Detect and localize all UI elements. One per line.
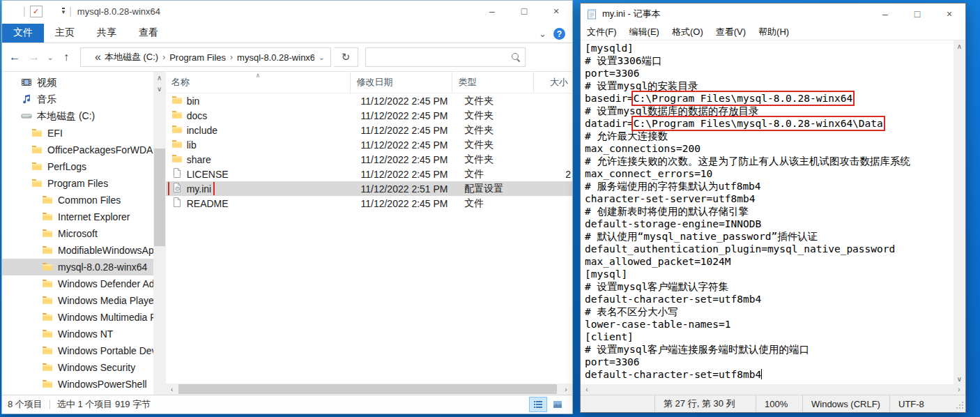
sidebar-item-Windows Multimedia Platfo[interactable]: Windows Multimedia Platfo — [2, 309, 153, 326]
sidebar-item-Internet Explorer[interactable]: Internet Explorer — [2, 208, 153, 225]
file-row-my.ini[interactable]: ⚙my.ini11/12/2022 2:51 PM配置设置 — [166, 181, 572, 196]
large-icons-view-button[interactable] — [549, 397, 567, 412]
close-button[interactable]: × — [933, 3, 965, 24]
sidebar-item-视频[interactable]: 视频 — [2, 75, 153, 91]
folder-icon — [171, 109, 183, 122]
scroll-up-icon[interactable]: ∧ — [954, 40, 965, 52]
ribbon-expand-icon[interactable]: ⌄ — [539, 29, 546, 39]
scroll-down-icon[interactable]: ∨ — [954, 373, 965, 384]
address-dropdown-icon[interactable]: ⌄ — [314, 53, 329, 62]
explorer-status-bar: 8 个项目 选中 1 个项目 919 字节 — [2, 395, 572, 414]
file-row-docs[interactable]: docs11/12/2022 2:45 PM文件夹 — [166, 108, 572, 123]
maximize-button[interactable]: □ — [901, 3, 933, 24]
back-button[interactable]: ← — [6, 51, 23, 63]
text-editor-area[interactable]: [mysqld]# 设置3306端口port=3306# 设置mysql的安装目… — [581, 40, 954, 384]
breadcrumb-segment[interactable]: Program Files — [167, 52, 228, 63]
sidebar-item-Windows Portable Devices[interactable]: Windows Portable Devices — [2, 342, 153, 359]
resize-grip-icon[interactable] — [956, 401, 964, 409]
scroll-down-icon[interactable]: ∨ — [153, 83, 166, 94]
annotation-red-box: ⚙my.ini — [171, 182, 212, 195]
sidebar-item-partial[interactable] — [2, 393, 153, 395]
close-button[interactable]: × — [540, 1, 572, 22]
sidebar-scrollbar[interactable]: ∧ ∨ — [153, 72, 166, 395]
address-bar[interactable]: « 本地磁盘 (C:)›Program Files›mysql-8.0.28-w… — [80, 47, 331, 67]
sidebar-item-Windows Defender Advanc[interactable]: Windows Defender Advanc — [2, 275, 153, 292]
ribbon-tab-共享[interactable]: 共享 — [86, 24, 128, 43]
qat-properties-check-icon[interactable]: ✓ — [30, 6, 43, 17]
folder-icon — [42, 211, 53, 224]
ribbon-tab-文件[interactable]: 文件 — [2, 24, 44, 43]
menu-格式(O)[interactable]: 格式(O) — [666, 26, 710, 38]
forward-button[interactable]: → — [26, 51, 43, 63]
qat-new-folder-icon[interactable] — [47, 6, 58, 17]
editor-line: # 创建新表时将使用的默认存储引擎 — [585, 205, 954, 218]
sidebar-item-ModifiableWindowsApps[interactable]: ModifiableWindowsApps — [2, 242, 153, 259]
sidebar-item-Common Files[interactable]: Common Files — [2, 192, 153, 208]
file-row-LICENSE[interactable]: LICENSE11/12/2022 2:45 PM文件2 — [166, 167, 572, 181]
sidebar-item-EFI[interactable]: EFI — [2, 125, 153, 142]
menu-文件(F)[interactable]: 文件(F) — [581, 26, 623, 38]
sidebar-item-音乐[interactable]: 音乐 — [2, 91, 153, 108]
sidebar-item-OfficePackagesForWDAG[interactable]: OfficePackagesForWDAG — [2, 142, 153, 158]
file-row-bin[interactable]: bin11/12/2022 2:45 PM文件夹 — [166, 93, 572, 108]
file-row-README[interactable]: README11/12/2022 2:45 PM文件 — [166, 196, 572, 211]
column-header-size[interactable]: 大小 — [534, 72, 572, 93]
refresh-button[interactable]: ↻ — [334, 47, 358, 67]
scroll-up-icon[interactable]: ∧ — [153, 72, 166, 83]
notepad-titlebar: my.ini - 记事本 – □ × — [581, 3, 965, 24]
sidebar-item-PerfLogs[interactable]: PerfLogs — [2, 158, 153, 175]
folder-icon — [31, 177, 43, 190]
column-header-date[interactable]: 修改日期 — [351, 72, 452, 93]
scroll-right-icon[interactable]: › — [560, 384, 572, 395]
notepad-app-icon — [586, 8, 597, 20]
breadcrumb-overflow-icon[interactable]: « — [93, 51, 102, 63]
sidebar-item-本地磁盘 (C:)[interactable]: 本地磁盘 (C:) — [2, 108, 153, 125]
help-icon[interactable]: ? — [553, 28, 565, 40]
menu-帮助(H)[interactable]: 帮助(H) — [752, 26, 795, 38]
folder-icon — [42, 194, 53, 207]
notepad-horizontal-scrollbar[interactable]: ‹ › — [581, 384, 965, 395]
search-box[interactable] — [365, 47, 526, 67]
column-header-date-label: 修改日期 — [356, 76, 392, 89]
file-row-share[interactable]: share11/12/2022 2:45 PM文件夹 — [166, 152, 572, 167]
editor-line: # 服务端使用的字符集默认为utf8mb4 — [585, 180, 954, 192]
search-input[interactable] — [370, 52, 507, 63]
qat-customize-icon[interactable]: ▾ — [62, 8, 66, 15]
details-view-button[interactable] — [529, 397, 547, 412]
editor-line: max_connect_errors=10 — [585, 167, 954, 180]
scroll-right-icon[interactable]: › — [953, 384, 965, 395]
menu-查看(V)[interactable]: 查看(V) — [710, 26, 752, 38]
up-button[interactable]: ↑ — [58, 51, 75, 63]
file-date-cell: 11/12/2022 2:45 PM — [355, 169, 459, 180]
minimize-button[interactable]: – — [869, 3, 901, 24]
editor-line: character-set-server=utf8mb4 — [585, 192, 954, 205]
menu-编辑(E)[interactable]: 编辑(E) — [623, 26, 666, 38]
scroll-left-icon[interactable]: ‹ — [166, 384, 178, 395]
file-row-include[interactable]: include11/12/2022 2:45 PM文件夹 — [166, 123, 572, 137]
notepad-vertical-scrollbar[interactable]: ∧ ∨ — [954, 40, 965, 384]
breadcrumb-segment[interactable]: mysql-8.0.28-winx64 — [235, 52, 314, 63]
file-row-lib[interactable]: lib11/12/2022 2:45 PM文件夹 — [166, 137, 572, 152]
sidebar-item-Microsoft[interactable]: Microsoft — [2, 225, 153, 242]
minimize-button[interactable]: – — [476, 1, 508, 22]
file-list-horizontal-scrollbar[interactable]: ‹ › — [166, 384, 572, 395]
sidebar-item-Windows Media Player[interactable]: Windows Media Player — [2, 292, 153, 309]
column-header-name[interactable]: ∧ 名称 — [166, 72, 351, 93]
maximize-button[interactable]: □ — [508, 1, 540, 22]
sidebar-item-Program Files[interactable]: Program Files — [2, 175, 153, 192]
ribbon-tab-查看[interactable]: 查看 — [128, 24, 169, 43]
sidebar-item-WindowsPowerShell[interactable]: WindowsPowerShell — [2, 376, 153, 393]
explorer-app-folder-icon — [8, 6, 19, 17]
recent-locations-icon[interactable]: ⌄ — [45, 53, 55, 62]
scroll-left-icon[interactable]: ‹ — [581, 384, 593, 395]
column-header-type[interactable]: 类型 — [452, 72, 534, 93]
item-count: 8 个项目 — [8, 398, 43, 411]
sidebar-scrollbar-thumb[interactable] — [154, 149, 165, 246]
sidebar-item-mysql-8.0.28-winx64[interactable]: mysql-8.0.28-winx64 — [2, 259, 153, 275]
horizontal-scrollbar-thumb[interactable] — [178, 384, 557, 394]
sidebar-item-Windows NT[interactable]: Windows NT — [2, 326, 153, 342]
ribbon-tab-主页[interactable]: 主页 — [44, 24, 86, 43]
breadcrumb-segment[interactable]: 本地磁盘 (C:) — [102, 51, 160, 63]
file-name-cell: lib — [166, 138, 355, 151]
sidebar-item-Windows Security[interactable]: Windows Security — [2, 359, 153, 376]
